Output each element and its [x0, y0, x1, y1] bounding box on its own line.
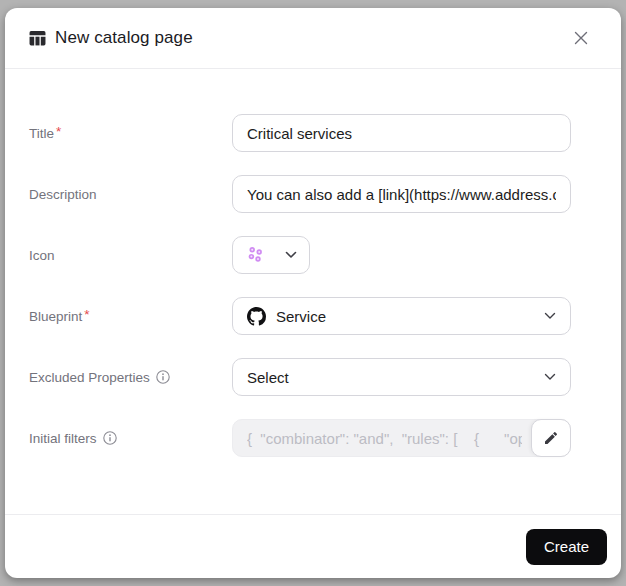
excluded-properties-value: Select	[247, 369, 534, 386]
description-input[interactable]	[232, 175, 571, 213]
chevron-down-icon	[544, 373, 556, 381]
title-control	[232, 114, 571, 152]
description-label: Description	[29, 187, 232, 202]
info-icon[interactable]	[156, 370, 170, 384]
chevron-down-icon	[285, 251, 297, 259]
microservice-cluster-icon	[246, 245, 266, 265]
title-label: Title*	[29, 126, 232, 141]
blueprint-value: Service	[276, 308, 534, 325]
modal-footer: Create	[5, 514, 621, 578]
excluded-properties-label: Excluded Properties	[29, 370, 232, 385]
title-label-text: Title	[29, 126, 54, 141]
info-icon[interactable]	[103, 431, 117, 445]
modal-body: Title* Description Icon	[5, 69, 621, 514]
icon-select[interactable]	[232, 236, 310, 274]
close-icon[interactable]	[567, 24, 595, 52]
blueprint-label-text: Blueprint	[29, 309, 82, 324]
excluded-properties-label-text: Excluded Properties	[29, 370, 150, 385]
initial-filters-input	[232, 419, 571, 457]
excluded-properties-select[interactable]: Select	[232, 358, 571, 396]
modal-title: New catalog page	[55, 28, 567, 48]
field-row-icon: Icon	[29, 236, 571, 274]
icon-label-text: Icon	[29, 248, 55, 263]
modal-header: New catalog page	[5, 8, 621, 69]
field-row-initial-filters: Initial filters	[29, 419, 571, 457]
pencil-icon	[543, 430, 559, 446]
field-row-blueprint: Blueprint* Service	[29, 297, 571, 335]
edit-filters-button[interactable]	[531, 419, 571, 457]
blueprint-label: Blueprint*	[29, 309, 232, 324]
title-input[interactable]	[232, 114, 571, 152]
catalog-table-icon	[29, 30, 46, 47]
description-label-text: Description	[29, 187, 97, 202]
initial-filters-label: Initial filters	[29, 431, 232, 446]
chevron-down-icon	[544, 312, 556, 320]
github-icon	[247, 307, 266, 326]
required-asterisk: *	[56, 124, 61, 139]
create-button[interactable]: Create	[526, 529, 607, 565]
initial-filters-control	[232, 419, 571, 457]
required-asterisk: *	[84, 307, 89, 322]
description-control	[232, 175, 571, 213]
excluded-properties-control: Select	[232, 358, 571, 396]
field-row-description: Description	[29, 175, 571, 213]
initial-filters-label-text: Initial filters	[29, 431, 97, 446]
icon-control	[232, 236, 571, 274]
icon-label: Icon	[29, 248, 232, 263]
field-row-title: Title*	[29, 114, 571, 152]
blueprint-select[interactable]: Service	[232, 297, 571, 335]
blueprint-control: Service	[232, 297, 571, 335]
field-row-excluded-properties: Excluded Properties Select	[29, 358, 571, 396]
new-catalog-page-modal: New catalog page Title* Description	[5, 8, 621, 578]
